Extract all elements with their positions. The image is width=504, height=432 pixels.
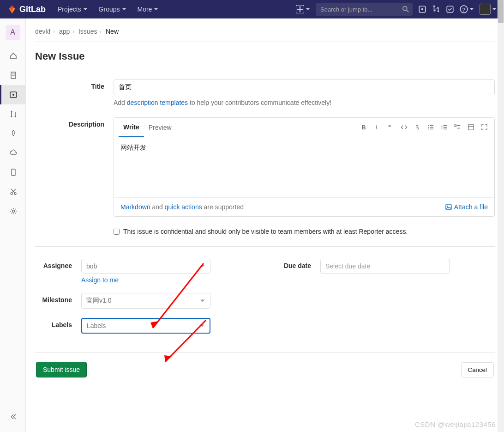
user-menu[interactable] — [480, 4, 497, 15]
labels-placeholder: Labels — [87, 322, 106, 329]
merge-requests-icon[interactable] — [432, 5, 440, 13]
search-input[interactable] — [316, 3, 413, 16]
svg-point-7 — [433, 6, 435, 7]
page-title: New Issue — [35, 50, 495, 71]
rocket-icon — [10, 130, 17, 137]
sidebar-item-snippets[interactable] — [0, 182, 26, 201]
confidential-text: This issue is confidential and should on… — [123, 228, 408, 235]
doc-icon — [10, 72, 17, 79]
svg-point-23 — [12, 210, 15, 213]
scrollbar[interactable] — [498, 0, 504, 432]
link-icon[interactable] — [414, 124, 421, 131]
svg-point-28 — [428, 127, 429, 128]
chevron-down-icon — [200, 263, 205, 269]
svg-point-21 — [11, 193, 12, 195]
book-icon — [10, 169, 17, 176]
svg-text:?: ? — [462, 7, 465, 12]
sidebar-item-repository[interactable] — [0, 66, 26, 85]
bold-icon[interactable]: B — [360, 124, 367, 131]
gear-icon — [10, 207, 17, 215]
tab-write[interactable]: Write — [119, 118, 144, 137]
help-menu[interactable]: ? — [460, 5, 474, 13]
assignee-value: bob — [86, 262, 97, 270]
cancel-button[interactable]: Cancel — [461, 362, 494, 377]
breadcrumb: devkf› app› Issues› New — [35, 25, 495, 42]
template-link[interactable]: description templates — [127, 99, 188, 106]
svg-text:❞: ❞ — [388, 124, 391, 131]
avatar — [480, 4, 491, 15]
italic-icon[interactable]: I — [374, 124, 381, 131]
topbar: GitLab Projects Groups More ? — [0, 0, 504, 18]
task-list-icon[interactable] — [454, 124, 461, 131]
assignee-label: Assignee — [35, 259, 81, 269]
description-editor: Write Preview B I ❞ 12 — [114, 117, 495, 217]
sidebar-item-operations[interactable] — [0, 143, 26, 163]
fullscreen-icon[interactable] — [481, 124, 488, 131]
milestone-label: Milestone — [35, 293, 81, 304]
markdown-link[interactable]: Markdown — [120, 203, 150, 211]
sidebar-item-issues[interactable] — [0, 85, 26, 104]
confidential-checkbox[interactable] — [114, 229, 120, 235]
issues-icon[interactable] — [418, 5, 426, 13]
description-label: Description — [35, 117, 114, 217]
assignee-dropdown[interactable]: bob — [81, 259, 210, 274]
svg-point-29 — [428, 128, 429, 129]
svg-point-16 — [12, 94, 14, 96]
chevron-down-icon — [200, 298, 205, 304]
attach-file-button[interactable]: Attach a file — [445, 203, 488, 211]
nav-more[interactable]: More — [133, 2, 163, 17]
search-icon — [402, 6, 409, 12]
submit-button[interactable]: Submit issue — [36, 362, 87, 377]
svg-point-27 — [428, 125, 429, 126]
home-icon — [10, 52, 17, 60]
help-icon: ? — [460, 5, 468, 13]
gitlab-logo[interactable]: GitLab — [7, 5, 46, 14]
chevron-down-icon — [154, 7, 158, 12]
project-avatar[interactable]: A — [6, 25, 20, 40]
milestone-dropdown[interactable]: 官网v1.0 — [81, 293, 210, 309]
svg-rect-44 — [446, 205, 451, 210]
crumb-1[interactable]: devkf — [35, 28, 50, 35]
crumb-current: New — [106, 28, 119, 35]
crumb-2[interactable]: app — [59, 28, 70, 35]
nav-groups[interactable]: Groups — [94, 2, 131, 17]
svg-point-6 — [421, 8, 424, 11]
template-help: Add description templates to help your c… — [114, 99, 495, 106]
sidebar-item-settings[interactable] — [0, 201, 26, 221]
quick-actions-link[interactable]: quick actions — [165, 203, 202, 211]
svg-rect-20 — [12, 169, 15, 176]
svg-point-22 — [14, 193, 16, 195]
due-date-input[interactable]: Select due date — [320, 259, 450, 274]
milestone-value: 官网v1.0 — [86, 297, 111, 305]
plus-icon — [296, 5, 304, 13]
sidebar-item-merge-requests[interactable] — [0, 104, 26, 124]
sidebar-item-ci[interactable] — [0, 124, 26, 143]
cloud-icon — [10, 149, 17, 157]
collapse-icon — [10, 413, 17, 420]
labels-dropdown[interactable]: Labels — [81, 318, 210, 334]
sidebar-collapse[interactable] — [0, 407, 26, 426]
svg-text:2: 2 — [441, 127, 443, 129]
assign-to-me-link[interactable]: Assign to me — [81, 276, 210, 284]
chevron-down-icon — [83, 7, 88, 12]
todo-icon[interactable] — [446, 5, 454, 13]
bullet-list-icon[interactable] — [427, 124, 434, 131]
tab-preview[interactable]: Preview — [144, 118, 176, 137]
sidebar-item-wiki[interactable] — [0, 163, 26, 182]
scissors-icon — [10, 188, 17, 195]
tanuki-icon — [7, 5, 17, 14]
description-textarea[interactable]: 网站开发 — [114, 137, 494, 197]
new-menu[interactable] — [296, 5, 310, 13]
sidebar: A — [0, 18, 26, 432]
title-label: Title — [35, 79, 114, 106]
number-list-icon[interactable]: 12 — [441, 124, 448, 131]
table-icon[interactable] — [468, 124, 474, 131]
chevron-down-icon — [492, 7, 497, 12]
sidebar-item-home[interactable] — [0, 46, 26, 66]
title-input[interactable] — [114, 79, 495, 95]
image-icon — [445, 204, 452, 210]
crumb-3[interactable]: Issues — [78, 28, 97, 35]
quote-icon[interactable]: ❞ — [387, 124, 394, 131]
nav-projects[interactable]: Projects — [53, 2, 92, 17]
code-icon[interactable] — [401, 124, 408, 131]
